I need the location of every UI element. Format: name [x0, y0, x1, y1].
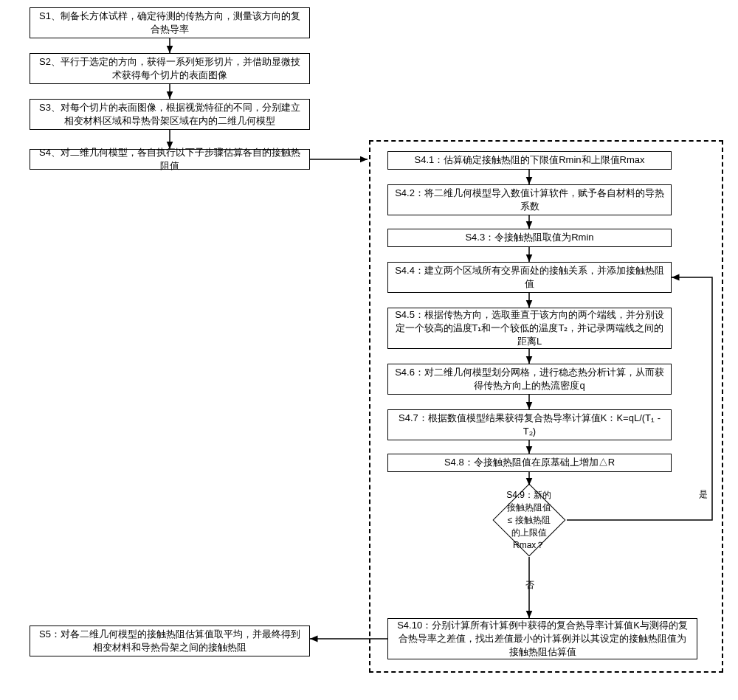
step-s4-6-text: S4.6：对二维几何模型划分网格，进行稳态热分析计算，从而获得传热方向上的热流密…	[394, 366, 665, 392]
step-s4-1-text: S4.1：估算确定接触热阻的下限值Rmin和上限值Rmax	[414, 153, 644, 167]
step-s4-5-text: S4.5：根据传热方向，选取垂直于该方向的两个端线，并分别设定一个较高的温度T₁…	[394, 308, 665, 349]
step-s1: S1、制备长方体试样，确定待测的传热方向，测量该方向的复合热导率	[30, 7, 310, 38]
step-s1-text: S1、制备长方体试样，确定待测的传热方向，测量该方向的复合热导率	[36, 10, 303, 36]
step-s4-8-text: S4.8：令接触热阻值在原基础上增加△R	[444, 456, 615, 469]
step-s2: S2、平行于选定的方向，获得一系列矩形切片，并借助显微技术获得每个切片的表面图像	[30, 53, 310, 84]
step-s4-3: S4.3：令接触热阻取值为Rmin	[387, 229, 672, 247]
step-s4-8: S4.8：令接触热阻值在原基础上增加△R	[387, 454, 672, 472]
step-s4-6: S4.6：对二维几何模型划分网格，进行稳态热分析计算，从而获得传热方向上的热流密…	[387, 364, 672, 395]
label-yes: 是	[697, 488, 709, 501]
step-s4-10-text: S4.10：分别计算所有计算例中获得的复合热导率计算值K与测得的复合热导率之差值…	[394, 619, 691, 659]
step-s4-2-text: S4.2：将二维几何模型导入数值计算软件，赋予各自材料的导热系数	[394, 187, 665, 213]
flowchart-container: S1、制备长方体试样，确定待测的传热方向，测量该方向的复合热导率 S2、平行于选…	[7, 7, 731, 693]
step-s4-7-text: S4.7：根据数值模型结果获得复合热导率计算值K：K=qL/(T₁ - T₂)	[394, 412, 665, 438]
step-s4: S4、对二维几何模型，各自执行以下子步骤估算各自的接触热阻值	[30, 149, 310, 170]
step-s4-3-text: S4.3：令接触热阻取值为Rmin	[465, 231, 593, 244]
step-s4-text: S4、对二维几何模型，各自执行以下子步骤估算各自的接触热阻值	[36, 146, 303, 173]
step-s4-4-text: S4.4：建立两个区域所有交界面处的接触关系，并添加接触热阻值	[394, 264, 665, 291]
step-s2-text: S2、平行于选定的方向，获得一系列矩形切片，并借助显微技术获得每个切片的表面图像	[36, 55, 303, 82]
step-s4-7: S4.7：根据数值模型结果获得复合热导率计算值K：K=qL/(T₁ - T₂)	[387, 409, 672, 440]
label-no: 否	[524, 579, 536, 592]
step-s4-5: S4.5：根据传热方向，选取垂直于该方向的两个端线，并分别设定一个较高的温度T₁…	[387, 308, 672, 349]
step-s3-text: S3、对每个切片的表面图像，根据视觉特征的不同，分别建立相变材料区域和导热骨架区…	[36, 101, 303, 128]
step-s4-10: S4.10：分别计算所有计算例中获得的复合热导率计算值K与测得的复合热导率之差值…	[387, 618, 697, 659]
step-s4-1: S4.1：估算确定接触热阻的下限值Rmin和上限值Rmax	[387, 151, 672, 170]
step-s4-4: S4.4：建立两个区域所有交界面处的接触关系，并添加接触热阻值	[387, 262, 672, 293]
subprocess-container	[369, 140, 723, 673]
step-s5: S5：对各二维几何模型的接触热阻估算值取平均，并最终得到相变材料和导热骨架之间的…	[30, 626, 310, 656]
step-s5-text: S5：对各二维几何模型的接触热阻估算值取平均，并最终得到相变材料和导热骨架之间的…	[36, 628, 303, 654]
decision-s4-9-text: S4.9：新的接触热阻值 ≤ 接触热阻的上限值Rmax？	[504, 489, 554, 552]
step-s4-2: S4.2：将二维几何模型导入数值计算软件，赋予各自材料的导热系数	[387, 184, 672, 215]
step-s3: S3、对每个切片的表面图像，根据视觉特征的不同，分别建立相变材料区域和导热骨架区…	[30, 99, 310, 130]
